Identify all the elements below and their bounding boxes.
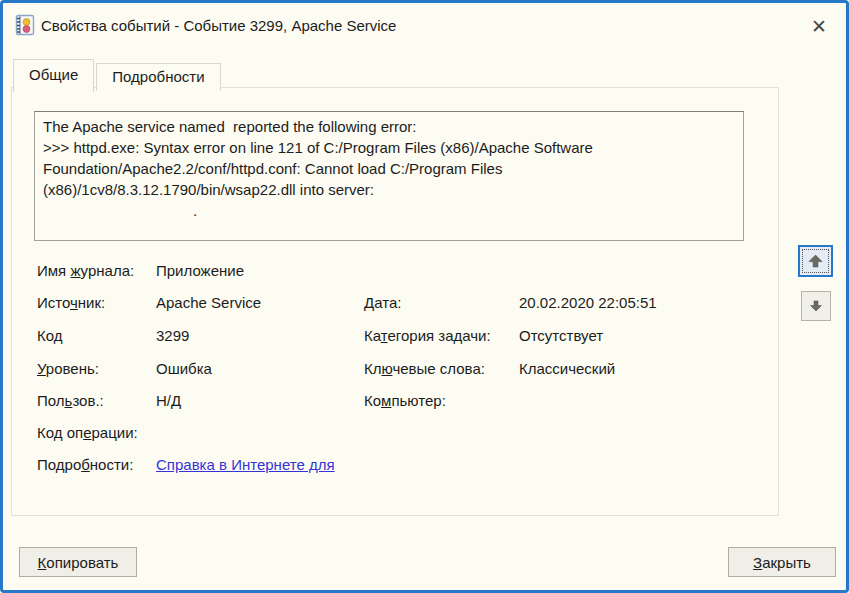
previous-event-button[interactable]: [798, 245, 833, 277]
general-tab-page: The Apache service named reported the fo…: [11, 87, 779, 516]
message-line: >>> httpd.exe: Syntax error on line 121 …: [43, 137, 735, 158]
field-keywords-value: Классический: [519, 360, 615, 377]
field-more-info: Подробности:: [37, 456, 133, 473]
field-date-value: 20.02.2020 22:05:51: [519, 294, 657, 311]
field-more-info-label: Подробности:: [37, 456, 133, 473]
field-level-label: Уровень:: [37, 360, 99, 377]
event-properties-dialog: Свойства событий - Событие 3299, Apache …: [0, 0, 849, 593]
field-keywords: Ключевые слова:: [364, 360, 485, 377]
event-message-box[interactable]: The Apache service named reported the fo…: [34, 111, 744, 241]
field-user-label: Пользов.:: [37, 392, 104, 409]
field-task-category: Категория задачи:: [364, 327, 491, 344]
close-button[interactable]: Закрыть: [728, 547, 836, 577]
field-log-name: Имя журнала:: [37, 262, 134, 279]
field-log-name-label: Имя журнала:: [37, 262, 134, 279]
arrow-up-icon: [806, 250, 825, 272]
field-user: Пользов.:: [37, 392, 104, 409]
tab-strip: Общие Подробности: [13, 59, 221, 91]
online-help-link[interactable]: Справка в Интернете для: [156, 456, 335, 473]
message-line: Foundation/Apache2.2/conf/httpd.conf: Ca…: [43, 158, 735, 179]
field-event-id-label: Код: [37, 327, 63, 344]
next-event-button[interactable]: [801, 291, 831, 321]
arrow-down-icon: [808, 295, 824, 317]
field-user-value: Н/Д: [156, 392, 181, 409]
field-source-value: Apache Service: [156, 294, 261, 311]
field-opcode: Код операции:: [37, 424, 138, 441]
field-source-label: Источник:: [37, 294, 105, 311]
field-event-id: Код: [37, 327, 63, 344]
window-title: Свойства событий - Событие 3299, Apache …: [41, 3, 396, 49]
field-task-category-value: Отсутствует: [519, 327, 603, 344]
copy-button[interactable]: Копировать: [19, 547, 137, 577]
field-level-value: Ошибка: [156, 360, 212, 377]
field-opcode-label: Код операции:: [37, 424, 138, 441]
field-source: Источник:: [37, 294, 105, 311]
message-line: .: [43, 200, 735, 221]
close-icon[interactable]: ✕: [804, 11, 834, 41]
field-date: Дата:: [364, 294, 401, 311]
field-date-label: Дата:: [364, 294, 401, 311]
tab-general[interactable]: Общие: [13, 59, 94, 92]
tab-details[interactable]: Подробности: [96, 63, 220, 91]
message-line: (x86)/1cv8/8.3.12.1790/bin/wsap22.dll in…: [43, 179, 735, 200]
event-log-icon: [14, 14, 36, 36]
field-computer-label: Компьютер:: [364, 392, 446, 409]
title-bar: Свойства событий - Событие 3299, Apache …: [3, 3, 846, 49]
field-keywords-label: Ключевые слова:: [364, 360, 485, 377]
field-level: Уровень:: [37, 360, 99, 377]
field-computer: Компьютер:: [364, 392, 446, 409]
field-task-category-label: Категория задачи:: [364, 327, 491, 344]
field-event-id-value: 3299: [156, 327, 189, 344]
field-log-name-value: Приложение: [156, 262, 244, 279]
message-line: The Apache service named reported the fo…: [43, 116, 735, 137]
